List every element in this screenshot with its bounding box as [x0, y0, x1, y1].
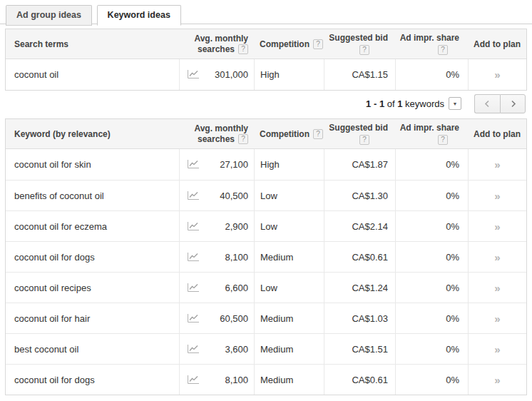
column-header-ad-impr-share[interactable]: Ad impr. share ?	[395, 29, 468, 59]
table-row: coconut oil for hair 60,500 Medium CA$1.…	[6, 303, 526, 333]
trend-chart-icon[interactable]	[187, 191, 199, 200]
column-header-competition[interactable]: Competition?	[254, 119, 324, 148]
column-header-avg-monthly-searches[interactable]: Avg. monthly searches?	[179, 119, 254, 148]
add-to-plan-button[interactable]: »	[494, 221, 500, 232]
suggested-bid-value: CA$1.51	[324, 334, 395, 364]
suggested-bid-value: CA$1.24	[324, 273, 395, 303]
add-to-plan-button[interactable]: »	[494, 313, 500, 324]
avg-monthly-line2: searches?	[198, 44, 248, 55]
table-row: benefits of coconut oil 40,500 Low CA$1.…	[6, 180, 526, 210]
help-icon[interactable]: ?	[438, 135, 448, 145]
competition-value: Medium	[254, 242, 324, 272]
keyword-label: coconut oil for eczema	[14, 221, 107, 232]
competition-value: Low	[254, 181, 324, 210]
keyword-cell: best coconut oil	[6, 334, 179, 364]
trend-chart-icon[interactable]	[187, 70, 199, 79]
add-to-plan-button[interactable]: »	[494, 69, 500, 80]
keyword-cell: benefits of coconut oil	[6, 181, 179, 210]
help-icon[interactable]: ?	[438, 45, 448, 55]
add-to-plan-button[interactable]: »	[494, 159, 500, 170]
help-icon[interactable]: ?	[359, 135, 369, 145]
column-header-avg-monthly-searches[interactable]: Avg. monthly searches?	[179, 29, 254, 59]
add-to-plan-cell: »	[468, 59, 526, 90]
help-icon[interactable]: ?	[238, 44, 248, 54]
tab-bar: Ad group ideas Keyword ideas	[0, 0, 532, 24]
ad-impr-share-value: 0%	[395, 334, 468, 364]
competition-value: High	[254, 59, 324, 90]
avg-searches-value: 6,600	[225, 283, 248, 293]
ad-impr-share-value: 0%	[395, 242, 468, 272]
column-header-add-to-plan: Add to plan	[468, 119, 526, 148]
keyword-cell: coconut oil for dogs	[6, 242, 179, 272]
search-terms-table-body: coconut oil 301,000 High CA$1.15 0% »	[6, 59, 526, 90]
trend-chart-icon[interactable]	[187, 283, 199, 293]
keyword-label: coconut oil for skin	[14, 159, 91, 170]
avg-searches-cell: 3,600	[179, 334, 254, 364]
help-icon[interactable]: ?	[313, 39, 323, 49]
column-header-keyword-by-relevance: Keyword (by relevance)	[6, 119, 179, 148]
keyword-label: benefits of coconut oil	[14, 191, 104, 201]
keyword-label: best coconut oil	[14, 344, 78, 355]
search-terms-table-header: Search terms Avg. monthly searches? Comp…	[6, 29, 526, 59]
add-to-plan-button[interactable]: »	[494, 191, 500, 201]
competition-value: Low	[254, 273, 324, 303]
keyword-planner-results-page: { "tabs": { "ad_group": "Ad group ideas"…	[0, 0, 532, 401]
avg-searches-cell: 8,100	[179, 242, 254, 272]
add-to-plan-cell: »	[468, 273, 526, 303]
trend-chart-icon[interactable]	[187, 222, 199, 231]
tab-keyword-ideas[interactable]: Keyword ideas	[97, 5, 181, 26]
help-icon[interactable]: ?	[238, 134, 248, 144]
keyword-cell: coconut oil	[6, 59, 179, 90]
avg-monthly-line2: searches?	[198, 134, 248, 145]
search-terms-table: Search terms Avg. monthly searches? Comp…	[5, 29, 527, 91]
keyword-ideas-table: Keyword (by relevance) Avg. monthly sear…	[5, 118, 527, 395]
column-header-suggested-bid[interactable]: Suggested bid ?	[324, 119, 395, 148]
ad-impr-share-value: 0%	[395, 59, 468, 90]
column-header-competition[interactable]: Competition?	[254, 29, 324, 59]
keyword-ideas-table-body: coconut oil for skin 27,100 High CA$1.87…	[6, 149, 526, 395]
avg-searches-value: 301,000	[215, 69, 248, 80]
add-to-plan-button[interactable]: »	[494, 283, 500, 293]
avg-monthly-line1: Avg. monthly	[194, 123, 248, 134]
suggested-bid-value: CA$0.61	[324, 242, 395, 272]
table-row: coconut oil for skin 27,100 High CA$1.87…	[6, 149, 526, 180]
add-to-plan-button[interactable]: »	[494, 375, 500, 385]
chevron-left-icon	[484, 100, 491, 108]
table-row: best coconut oil 3,600 Medium CA$1.51 0%…	[6, 333, 526, 364]
trend-chart-icon[interactable]	[187, 345, 199, 354]
ad-impr-share-value: 0%	[395, 181, 468, 210]
column-header-ad-impr-share[interactable]: Ad impr. share ?	[395, 119, 468, 148]
avg-searches-cell: 40,500	[179, 181, 254, 210]
column-header-suggested-bid[interactable]: Suggested bid ?	[324, 29, 395, 59]
trend-chart-icon[interactable]	[187, 375, 199, 385]
table-row: coconut oil for eczema 2,900 Low CA$2.14…	[6, 210, 526, 241]
tab-ad-group-ideas[interactable]: Ad group ideas	[6, 5, 92, 26]
suggested-bid-value: CA$1.03	[324, 303, 395, 333]
page-size-dropdown[interactable]: ▼	[449, 97, 461, 110]
add-to-plan-button[interactable]: »	[494, 252, 500, 263]
prev-page-button[interactable]	[474, 94, 500, 113]
keyword-label: coconut oil recipes	[14, 283, 91, 293]
avg-searches-value: 8,100	[225, 375, 248, 385]
avg-searches-cell: 6,600	[179, 273, 254, 303]
table-row: coconut oil recipes 6,600 Low CA$1.24 0%…	[6, 272, 526, 303]
keyword-cell: coconut oil for eczema	[6, 211, 179, 241]
pagination-label: 1 - 1 of 1 keywords	[366, 98, 444, 109]
suggested-bid-value: CA$2.14	[324, 211, 395, 241]
trend-chart-icon[interactable]	[187, 253, 199, 262]
keyword-cell: coconut oil for skin	[6, 149, 179, 180]
trend-chart-icon[interactable]	[187, 314, 199, 323]
help-icon[interactable]: ?	[313, 129, 323, 139]
chevron-right-icon	[509, 100, 517, 108]
next-page-button[interactable]	[500, 94, 526, 113]
help-icon[interactable]: ?	[359, 45, 369, 55]
table-row: coconut oil for dogs 8,100 Medium CA$0.6…	[6, 364, 526, 395]
competition-value: Medium	[254, 303, 324, 333]
ad-impr-share-value: 0%	[395, 211, 468, 241]
add-to-plan-button[interactable]: »	[494, 344, 500, 355]
trend-chart-icon[interactable]	[187, 160, 199, 169]
pagination-buttons	[474, 94, 526, 113]
competition-value: Medium	[254, 334, 324, 364]
add-to-plan-cell: »	[468, 181, 526, 210]
suggested-bid-value: CA$1.87	[324, 149, 395, 180]
